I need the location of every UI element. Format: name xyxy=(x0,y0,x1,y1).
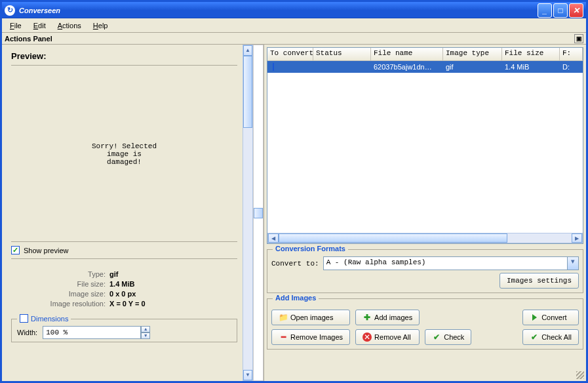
check-button[interactable]: ✔Check xyxy=(425,329,471,345)
actions-panel: Preview: Sorry! Selected image is damage… xyxy=(2,45,264,381)
window-title: Converseen xyxy=(19,7,538,14)
minimize-button[interactable]: _ xyxy=(538,3,552,18)
show-preview-checkbox[interactable]: ✓ xyxy=(11,246,20,254)
meta-filesize-label: File size: xyxy=(11,280,109,288)
dimensions-checkbox[interactable] xyxy=(20,314,28,323)
open-images-button[interactable]: 📁Open images xyxy=(271,310,350,325)
check-icon: ✔ xyxy=(432,333,441,342)
table-row[interactable]: 62037b5ajw1dn… gif 1.4 MiB D: xyxy=(267,61,583,73)
close-button[interactable]: ✕ xyxy=(569,3,583,18)
convert-icon xyxy=(530,313,539,322)
images-settings-button[interactable]: Images settings xyxy=(500,273,579,289)
meta-type-value: gif xyxy=(109,270,118,278)
row-filename: 62037b5ajw1dn… xyxy=(371,63,443,71)
scroll-grip-icon[interactable] xyxy=(254,208,263,218)
add-images-legend: Add Images xyxy=(273,294,319,302)
th-extra[interactable]: F: xyxy=(560,48,583,60)
conversion-formats-group: Conversion Formats Convert to: A - (Raw … xyxy=(267,249,583,293)
convert-button[interactable]: Convert xyxy=(522,310,579,325)
hscroll-thumb[interactable] xyxy=(279,233,507,243)
convert-to-value: A - (Raw alpha samples) xyxy=(324,257,567,270)
chevron-down-icon[interactable]: ▾ xyxy=(567,257,578,270)
th-file-size[interactable]: File size xyxy=(502,48,560,60)
convert-to-combo[interactable]: A - (Raw alpha samples) ▾ xyxy=(323,256,579,270)
hscroll-right-button[interactable]: ▶ xyxy=(572,233,582,243)
add-images-group: Add Images 📁Open images ━Remove Images ✚… xyxy=(267,298,583,350)
width-label: Width: xyxy=(17,329,37,336)
meta-imagesize-label: Image size: xyxy=(11,290,109,298)
hscroll-left-button[interactable]: ◀ xyxy=(268,233,279,243)
dock-popout-button[interactable]: ▣ xyxy=(574,34,583,43)
minus-icon: ━ xyxy=(279,333,288,342)
th-status[interactable]: Status xyxy=(313,48,371,60)
conversion-formats-legend: Conversion Formats xyxy=(273,245,348,252)
menu-edit[interactable]: Edit xyxy=(28,20,51,31)
width-spin-up[interactable]: ▲ xyxy=(141,326,150,333)
menubar: File Edit Actions Help xyxy=(2,18,586,33)
remove-all-button[interactable]: ✕Remove All xyxy=(355,329,420,345)
meta-type-label: Type: xyxy=(11,270,109,278)
th-to-convert[interactable]: To convert xyxy=(267,48,313,60)
meta-filesize-value: 1.4 MiB xyxy=(109,280,135,288)
left-scrollbar-secondary[interactable] xyxy=(253,45,264,381)
maximize-button[interactable]: □ xyxy=(553,3,568,18)
left-scrollbar[interactable]: ▲ ▼ xyxy=(243,45,253,381)
show-preview-label: Show preview xyxy=(24,247,68,254)
image-table: To convert Status File name Image type F… xyxy=(267,47,583,244)
remove-images-button[interactable]: ━Remove Images xyxy=(271,329,350,345)
plus-icon: ✚ xyxy=(363,313,372,322)
th-image-type[interactable]: Image type xyxy=(443,48,502,60)
app-icon: ↻ xyxy=(5,5,15,16)
meta-resolution-value: X = 0 Y = 0 xyxy=(109,300,146,308)
menu-help[interactable]: Help xyxy=(88,20,113,31)
row-checkbox[interactable] xyxy=(273,63,274,71)
meta-imagesize-value: 0 x 0 px xyxy=(109,290,136,298)
window-buttons: _ □ ✕ xyxy=(538,3,583,18)
scroll-down-button[interactable]: ▼ xyxy=(243,370,252,380)
convert-to-label: Convert to: xyxy=(271,260,319,268)
scroll-thumb[interactable] xyxy=(243,56,252,128)
width-input[interactable] xyxy=(43,326,141,339)
th-file-name[interactable]: File name xyxy=(371,48,443,60)
right-panel: To convert Status File name Image type F… xyxy=(264,45,586,381)
dimensions-legend: Dimensions xyxy=(31,315,68,323)
check-all-button[interactable]: ✔Check All xyxy=(522,329,579,345)
menu-file[interactable]: File xyxy=(5,20,27,31)
row-type: gif xyxy=(443,63,502,71)
x-icon: ✕ xyxy=(363,333,372,342)
titlebar: ↻ Converseen _ □ ✕ xyxy=(0,0,588,18)
add-images-button[interactable]: ✚Add images xyxy=(355,310,420,325)
meta-resolution-label: Image resolution: xyxy=(11,300,109,308)
preview-area: Sorry! Selected image is damaged! xyxy=(11,72,237,236)
dock-title-bar: Actions Panel ▣ xyxy=(2,33,586,45)
preview-error-text: Sorry! Selected image is damaged! xyxy=(92,142,157,166)
image-meta: Type:gif File size:1.4 MiB Image size:0 … xyxy=(11,268,237,310)
table-hscroll[interactable]: ◀ ▶ xyxy=(267,233,583,243)
check-icon: ✔ xyxy=(530,333,539,342)
table-header: To convert Status File name Image type F… xyxy=(267,48,583,61)
scroll-up-button[interactable]: ▲ xyxy=(243,45,252,56)
preview-heading: Preview: xyxy=(11,51,237,66)
width-spin-down[interactable]: ▼ xyxy=(141,333,150,339)
resize-grip[interactable] xyxy=(576,371,584,379)
dock-title: Actions Panel xyxy=(5,35,52,43)
folder-icon: 📁 xyxy=(279,313,288,322)
menu-actions[interactable]: Actions xyxy=(52,20,87,31)
row-size: 1.4 MiB xyxy=(502,63,560,71)
row-extra: D: xyxy=(560,63,583,71)
dimensions-group: Dimensions Width: ▲ ▼ xyxy=(11,319,237,342)
